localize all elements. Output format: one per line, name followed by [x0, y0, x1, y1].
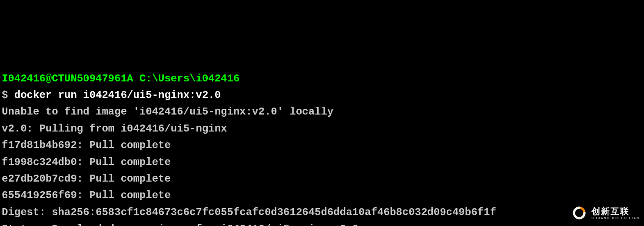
command-text: docker run i042416/ui5-nginx:v2.0 [14, 89, 221, 101]
watermark-main-text: 创新互联 [591, 207, 640, 216]
command-line: $ docker run i042416/ui5-nginx:v2.0 [2, 87, 642, 104]
output-line: f1998c324db0: Pull complete [2, 156, 171, 168]
user-host: I042416@CTUN50947961A [2, 73, 133, 84]
output-line: e27db20b7cd9: Pull complete [2, 173, 171, 185]
watermark-text: 创新互联 CHUANG XIN HU LIAN [591, 207, 640, 219]
prompt-line: I042416@CTUN50947961A C:\Users\i042416 [2, 71, 642, 87]
terminal[interactable]: I042416@CTUN50947961A C:\Users\i042416$ … [2, 71, 642, 226]
output-line: f17d81b4b692: Pull complete [2, 139, 171, 151]
watermark: 创新互联 CHUANG XIN HU LIAN [571, 204, 640, 222]
output-line: Status: Downloaded newer image for i0424… [2, 223, 359, 226]
output-line: v2.0: Pulling from i042416/ui5-nginx [2, 123, 227, 135]
watermark-sub-text: CHUANG XIN HU LIAN [591, 216, 640, 219]
prompt-symbol: $ [2, 89, 8, 101]
output-line: Unable to find image 'i042416/ui5-nginx:… [2, 106, 333, 118]
current-path: C:\Users\i042416 [139, 73, 239, 84]
output-line: Digest: sha256:6583cf1c84673c6c7fc055fca… [2, 206, 496, 218]
watermark-logo-icon [571, 204, 588, 222]
output-line: 655419256f69: Pull complete [2, 189, 171, 201]
